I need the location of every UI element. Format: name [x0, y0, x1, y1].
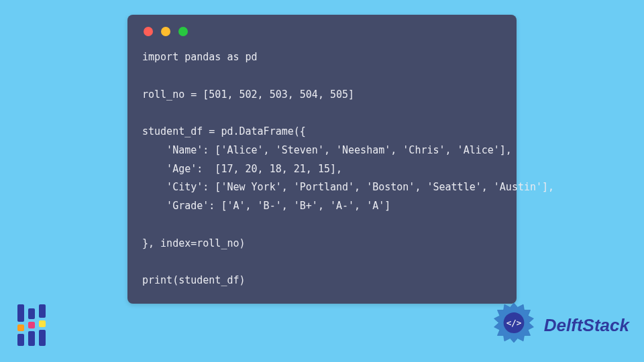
minimize-icon: [161, 27, 170, 36]
svg-text:</>: </>: [506, 318, 521, 328]
code-block: import pandas as pd roll_no = [501, 502,…: [142, 48, 502, 290]
code-window: import pandas as pd roll_no = [501, 502,…: [127, 15, 517, 304]
brand-logo: </> DelftStack: [490, 302, 629, 349]
brand-name: DelftStack: [544, 315, 629, 336]
window-traffic-lights: [142, 27, 502, 36]
close-icon: [144, 27, 153, 36]
left-logo-icon: [17, 304, 58, 346]
brand-medallion-icon: </>: [490, 302, 537, 349]
maximize-icon: [178, 27, 188, 36]
